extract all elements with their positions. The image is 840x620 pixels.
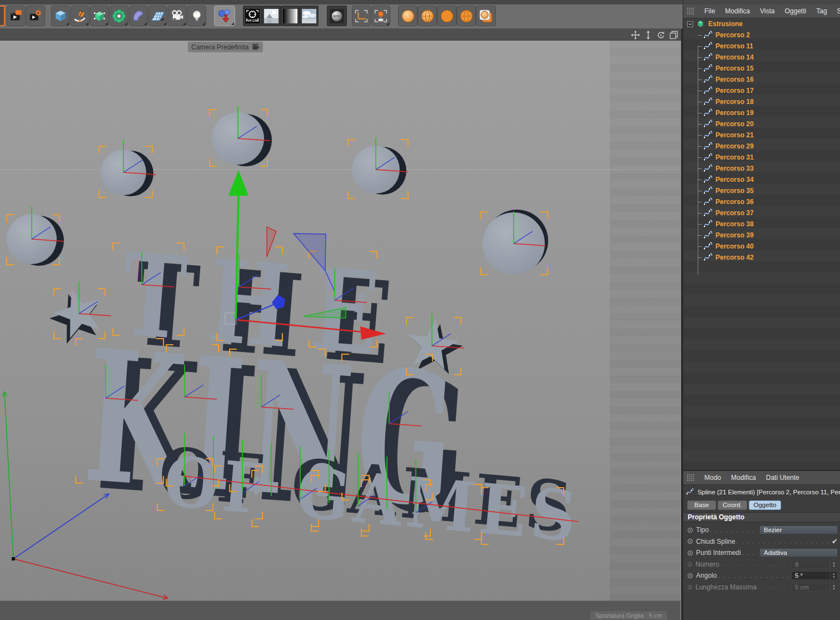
floor-button[interactable] — [148, 6, 167, 26]
attribute-tab-oggetto[interactable]: Oggetto — [749, 500, 782, 510]
move-gizmo-y-arrow[interactable] — [228, 170, 248, 196]
tipo-dropdown[interactable]: Bezier — [759, 525, 838, 534]
tree-item-percorso-18[interactable]: Percorso 18 — [683, 96, 840, 107]
dotted-leader: . . . . . . . . . . . . . . . . . . . . … — [737, 538, 831, 544]
tree-item-percorso-31[interactable]: Percorso 31 — [683, 152, 840, 163]
tree-item-percorso-29[interactable]: Percorso 29 — [683, 141, 840, 152]
tree-branch-line — [698, 113, 702, 113]
tree-item-percorso-15[interactable]: Percorso 15 — [683, 63, 840, 74]
attribute-tab-coord[interactable]: Coord. — [718, 500, 747, 510]
lunghezza-massima-field[interactable]: 5 cm▲▼ — [791, 583, 838, 592]
viewport[interactable]: THE THE KING KING OF GAMES OF GAMES — [0, 41, 681, 601]
material-layer-button[interactable] — [476, 6, 496, 26]
stepper[interactable]: ▲▼ — [830, 561, 837, 568]
tree-item-percorso-35[interactable]: Percorso 35 — [683, 185, 840, 196]
render-view-button[interactable] — [7, 6, 26, 26]
om-menu-item-oggetti[interactable]: Oggetti — [785, 7, 807, 15]
live-selection-tool-button[interactable] — [0, 6, 5, 26]
drag-grip-icon[interactable] — [687, 474, 694, 482]
tree-item-percorso-20[interactable]: Percorso 20 — [683, 118, 840, 130]
stepper[interactable]: ▲▼ — [830, 572, 837, 579]
viewport-dolly-icon[interactable] — [643, 30, 653, 39]
simulate-gravity-button[interactable] — [214, 6, 235, 26]
camera-label-badge[interactable]: Camera Predefinita — [188, 42, 263, 52]
am-menu-item-modo[interactable]: Modo — [704, 474, 721, 482]
om-menu-item-file[interactable]: File — [704, 7, 715, 15]
tree-item-percorso-38[interactable]: Percorso 38 — [683, 219, 840, 230]
render-settings-button[interactable] — [26, 6, 45, 26]
om-menu-item-modifica[interactable]: Modifica — [725, 7, 750, 15]
stepper[interactable]: ▲▼ — [830, 583, 837, 591]
tree-item-percorso-19[interactable]: Percorso 19 — [683, 107, 840, 118]
gradient-preset-button[interactable] — [281, 6, 300, 26]
chiudi-spline-checkbox[interactable]: ✔ — [832, 537, 838, 545]
physical-camera-icon: PHY CAM — [245, 9, 260, 23]
material-sphere-flat-button[interactable] — [437, 6, 456, 26]
spline-icon — [703, 186, 713, 196]
tree-item-percorso-36[interactable]: Percorso 36 — [683, 196, 840, 207]
subdivision-surface-icon — [92, 9, 107, 23]
camera-button[interactable] — [168, 6, 187, 26]
physical-camera-button[interactable]: PHY CAM — [243, 6, 262, 26]
tree-item-percorso-33[interactable]: Percorso 33 — [683, 163, 840, 174]
om-menu-item-segnalibri[interactable]: Segnalibri — [837, 7, 840, 15]
animation-dot-icon[interactable] — [688, 550, 693, 555]
tree-item-percorso-17[interactable]: Percorso 17 — [683, 85, 840, 96]
svg-text:BRDF: BRDF — [333, 15, 340, 18]
tree-item-percorso-39[interactable]: Percorso 39 — [683, 230, 840, 241]
viewport-rotate-icon[interactable] — [656, 30, 665, 39]
om-menu-item-vista[interactable]: Vista — [760, 7, 774, 15]
material-sphere-banded-button[interactable] — [456, 6, 476, 26]
tree-item-percorso-16[interactable]: Percorso 16 — [683, 74, 840, 85]
material-sphere-shaded-button[interactable] — [398, 6, 417, 26]
clouds-preset-button[interactable] — [300, 6, 319, 26]
axis-modify-button[interactable] — [352, 6, 371, 26]
punti-intermedi-dropdown[interactable]: Adattiva — [759, 548, 838, 557]
viewport-canvas[interactable]: THE THE KING KING OF GAMES OF GAMES — [0, 41, 681, 601]
animation-dot-icon[interactable] — [688, 528, 693, 533]
axis-modify-icon — [354, 9, 369, 23]
collapse-toggle[interactable] — [687, 21, 693, 27]
am-menu-item-dati-utente[interactable]: Dati Utente — [766, 474, 799, 482]
am-menu-item-modifica[interactable]: Modifica — [731, 474, 756, 482]
spline-icon — [703, 153, 713, 162]
tree-item-percorso-14[interactable]: Percorso 14 — [683, 52, 840, 63]
spline-pen-button[interactable] — [71, 6, 90, 26]
param-label: Angolo — [696, 572, 717, 579]
tree-branch-line — [698, 168, 702, 169]
tree-item-percorso-2[interactable]: Percorso 2 — [683, 29, 840, 41]
tree-item-percorso-21[interactable]: Percorso 21 — [683, 130, 840, 141]
tree-item-percorso-37[interactable]: Percorso 37 — [683, 207, 840, 219]
drag-grip-icon[interactable] — [687, 7, 694, 15]
object-label: Percorso 29 — [715, 142, 754, 150]
add-primitive-cube-button[interactable] — [51, 6, 70, 26]
light-button[interactable] — [187, 6, 206, 26]
tree-item-percorso-11[interactable]: Percorso 11 — [683, 41, 840, 52]
spline-icon — [703, 108, 713, 118]
deformer-button[interactable] — [110, 6, 128, 26]
material-sphere-lined-button[interactable] — [417, 6, 437, 26]
animation-dot-icon[interactable] — [688, 539, 693, 544]
om-menu-item-tag[interactable]: Tag — [816, 7, 827, 15]
tree-item-percorso-42[interactable]: Percorso 42 — [683, 252, 840, 263]
animation-dot-icon[interactable] — [688, 585, 692, 589]
axis-center-button[interactable] — [371, 6, 390, 26]
brdf-material-button[interactable]: BRDF — [327, 6, 347, 26]
volume-mesh-button[interactable] — [129, 6, 148, 26]
viewport-maximize-icon[interactable] — [669, 30, 678, 39]
param-row-numero: Numero. . . . . . . . . . . . . . . . . … — [683, 559, 840, 571]
angolo-field[interactable]: 5 °▲▼ — [791, 571, 838, 580]
attribute-tab-base[interactable]: Base — [687, 500, 716, 510]
object-manager-menubar: FileModificaVistaOggettiTagSegnalibri — [683, 4, 840, 18]
numero-field[interactable]: 8▲▼ — [791, 560, 838, 569]
viewport-pan-icon[interactable] — [630, 30, 640, 39]
sky-preset-button[interactable] — [262, 6, 281, 26]
animation-dot-icon[interactable] — [688, 573, 693, 578]
tree-item-percorso-40[interactable]: Percorso 40 — [683, 241, 840, 252]
tree-item-percorso-34[interactable]: Percorso 34 — [683, 174, 840, 185]
subdivision-surface-button[interactable] — [90, 6, 109, 26]
tree-item-estrusione[interactable]: Estrusione — [683, 18, 840, 29]
deformer-icon — [112, 9, 126, 23]
movie-camera-icon — [251, 43, 260, 51]
animation-dot-icon[interactable] — [688, 562, 692, 567]
